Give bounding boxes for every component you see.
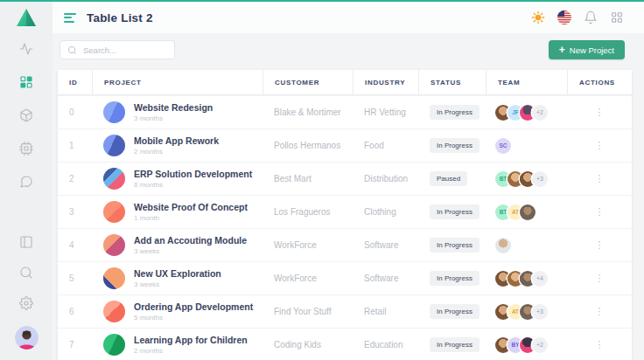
table-row[interactable]: 6 Ordering App Development 5 months Find…: [58, 294, 632, 328]
customer-cell: WorkForce: [262, 262, 353, 294]
project-duration: 1 month: [134, 214, 248, 222]
status-badge: In Progress: [430, 204, 480, 219]
team-cell: [486, 229, 567, 261]
industry-cell: Distribution: [353, 163, 418, 195]
customer-cell: Los Fragueros: [262, 196, 353, 228]
industry-cell: Software: [353, 262, 418, 294]
sidebar-package-icon[interactable]: [19, 107, 34, 122]
row-id: 1: [58, 129, 92, 162]
table-row[interactable]: 0 Website Redesign 3 months Blake & Mort…: [58, 95, 632, 128]
search-input[interactable]: [81, 45, 168, 56]
sidebar-layout-icon[interactable]: [19, 234, 34, 249]
row-actions-menu-icon[interactable]: ⋮: [590, 137, 610, 154]
row-actions-menu-icon[interactable]: ⋮: [590, 303, 610, 320]
language-flag-us-icon[interactable]: [556, 10, 571, 25]
table-row[interactable]: 2 ERP Solution Development 6 months Best…: [58, 162, 632, 195]
table-header-row: ID PROJECT CUSTOMER INDUSTRY STATUS TEAM…: [58, 70, 632, 95]
project-name: Mobile App Rework: [134, 135, 219, 146]
sidebar: [0, 2, 52, 360]
project-icon: [103, 267, 125, 289]
project-duration: 5 months: [134, 314, 253, 322]
team-avatar: [520, 204, 536, 220]
page-title: Table List 2: [87, 11, 153, 24]
table-card: ID PROJECT CUSTOMER INDUSTRY STATUS TEAM…: [58, 70, 632, 360]
col-header-team: TEAM: [486, 70, 567, 94]
team-cell: +4: [486, 262, 567, 294]
status-badge: In Progress: [430, 304, 480, 319]
row-id: 5: [58, 262, 92, 294]
theme-sun-icon[interactable]: [530, 10, 545, 25]
sidebar-dashboard-grid-icon[interactable]: [19, 74, 34, 89]
row-actions-menu-icon[interactable]: ⋮: [590, 237, 610, 253]
row-actions-menu-icon[interactable]: ⋮: [590, 104, 610, 121]
customer-cell: Find Your Stuff: [262, 295, 353, 328]
industry-cell: Food: [353, 129, 418, 162]
table-row[interactable]: 1 Mobile App Rework 2 months Pollos Herm…: [58, 128, 632, 162]
col-header-industry: INDUSTRY: [353, 70, 418, 94]
team-cell: BY +2: [486, 329, 567, 360]
table-row[interactable]: 4 Add an Accouting Module 3 weeks WorkFo…: [58, 228, 632, 261]
customer-cell: Best Mart: [262, 163, 353, 195]
row-actions-menu-icon[interactable]: ⋮: [590, 270, 610, 287]
col-header-actions: ACTIONS: [567, 70, 632, 94]
team-cell: JF +2: [486, 96, 567, 128]
project-icon: [103, 334, 125, 356]
status-badge: In Progress: [430, 337, 480, 352]
sidebar-cpu-icon[interactable]: [19, 141, 34, 156]
status-badge: In Progress: [430, 138, 480, 153]
industry-cell: HR Vetting: [353, 96, 418, 128]
menu-hamburger-icon[interactable]: [64, 13, 76, 23]
customer-cell: WorkForce: [262, 229, 353, 261]
col-header-id: ID: [58, 70, 92, 94]
project-name: Learning App for Children: [134, 335, 248, 345]
project-duration: 3 weeks: [134, 280, 221, 288]
project-duration: 2 months: [134, 347, 248, 355]
status-badge: In Progress: [430, 271, 480, 286]
row-id: 7: [58, 329, 92, 360]
customer-cell: Coding Kids: [262, 329, 353, 360]
team-more-badge: +2: [532, 105, 548, 121]
project-duration: 3 months: [134, 114, 213, 122]
app-logo-icon[interactable]: [16, 8, 37, 27]
team-avatar: [495, 238, 511, 253]
sidebar-search-icon[interactable]: [19, 265, 34, 280]
customer-cell: Blake & Mortimer: [262, 96, 353, 128]
team-more-badge: +4: [532, 271, 548, 287]
row-actions-menu-icon[interactable]: ⋮: [590, 170, 610, 187]
apps-grid-icon[interactable]: [609, 10, 624, 25]
user-avatar[interactable]: [15, 326, 38, 350]
project-icon: [103, 234, 125, 256]
top-header: Table List 2: [52, 2, 644, 33]
sidebar-chat-icon[interactable]: [19, 174, 34, 189]
team-avatar: SC: [495, 138, 511, 154]
team-cell: BT AT: [486, 196, 567, 228]
industry-cell: Education: [353, 329, 418, 360]
project-name: ERP Solution Development: [134, 169, 252, 179]
row-id: 0: [58, 96, 92, 128]
table-row[interactable]: 7 Learning App for Children 2 months Cod…: [58, 328, 632, 360]
notifications-bell-icon[interactable]: [583, 10, 598, 25]
project-icon: [103, 101, 125, 123]
row-actions-menu-icon[interactable]: ⋮: [590, 336, 610, 353]
row-actions-menu-icon[interactable]: ⋮: [590, 204, 610, 220]
row-id: 6: [58, 295, 92, 328]
project-icon: [103, 201, 125, 223]
team-cell: SC: [486, 129, 567, 162]
industry-cell: Clothing: [353, 196, 418, 228]
search-box: [60, 40, 175, 59]
plus-icon: +: [559, 45, 565, 55]
new-project-label: New Project: [570, 45, 614, 55]
table-row[interactable]: 5 New UX Exploration 3 weeks WorkForce S…: [58, 261, 632, 294]
team-more-badge: +3: [532, 171, 548, 187]
project-icon: [103, 168, 125, 190]
status-badge: In Progress: [430, 238, 480, 253]
sidebar-activity-icon[interactable]: [19, 41, 34, 56]
sidebar-settings-gear-icon[interactable]: [19, 295, 34, 310]
table-row[interactable]: 3 Website Proof Of Concept 1 month Los F…: [58, 195, 632, 228]
col-header-status: STATUS: [418, 70, 486, 94]
team-cell: BT +3: [486, 163, 567, 195]
status-badge: Paused: [430, 171, 467, 186]
status-badge: In Progress: [430, 105, 480, 120]
new-project-button[interactable]: + New Project: [549, 40, 625, 59]
row-id: 3: [58, 196, 92, 228]
